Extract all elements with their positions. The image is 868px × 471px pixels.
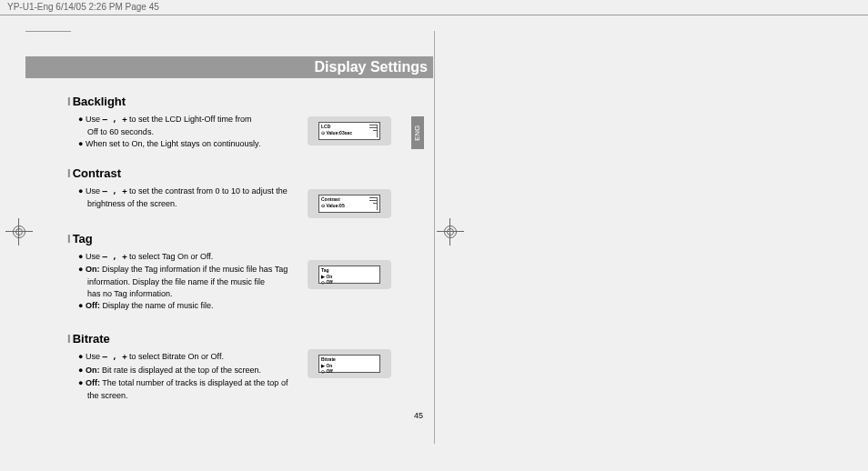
lcd-contrast-illustration: Contrast ⊙ Value:05 — [308, 189, 391, 218]
scale-icon — [369, 197, 378, 210]
lcd-bitrate-illustration: Bitrate ▶ On ◇ Off — [308, 349, 391, 378]
header-print-info: YP-U1-Eng 6/14/05 2:26 PM Page 45 — [7, 2, 159, 12]
top-rule — [0, 15, 868, 15]
bitrate-item-off-b: the screen. — [67, 390, 395, 402]
page-title-bar: Display Settings — [25, 56, 433, 78]
crop-mark-icon — [437, 218, 464, 246]
center-divider — [434, 31, 435, 444]
scale-icon — [369, 125, 378, 137]
heading-contrast: IContrast — [67, 166, 395, 180]
minus-plus-icon: — , + — [102, 186, 126, 195]
crop-mark-icon — [5, 218, 33, 246]
lcd-tag-illustration: Tag ▶ On ◇ Off — [308, 260, 391, 289]
language-tab: ENG — [411, 116, 424, 149]
tag-item-on-c: has no Tag information. — [67, 288, 395, 300]
minus-plus-icon: — , + — [102, 115, 126, 124]
lcd-line: ◇ Off — [321, 368, 378, 375]
heading-bitrate: IBitrate — [67, 332, 395, 346]
heading-tag: ITag — [67, 232, 395, 246]
lcd-line: ◇ Off — [321, 279, 378, 286]
top-rule-short — [25, 31, 71, 32]
page-title: Display Settings — [315, 59, 428, 75]
minus-plus-icon: — , + — [102, 252, 126, 261]
minus-plus-icon: — , + — [102, 352, 126, 361]
lcd-backlight-illustration: LCD ⊙ Value:03sec — [308, 116, 391, 145]
tag-item-off: Off: Display the name of music file. — [67, 300, 395, 312]
heading-backlight: IBacklight — [67, 95, 395, 108]
page-number: 45 — [414, 411, 423, 420]
bitrate-item-off: Off: The total number of tracks is displ… — [67, 377, 395, 389]
